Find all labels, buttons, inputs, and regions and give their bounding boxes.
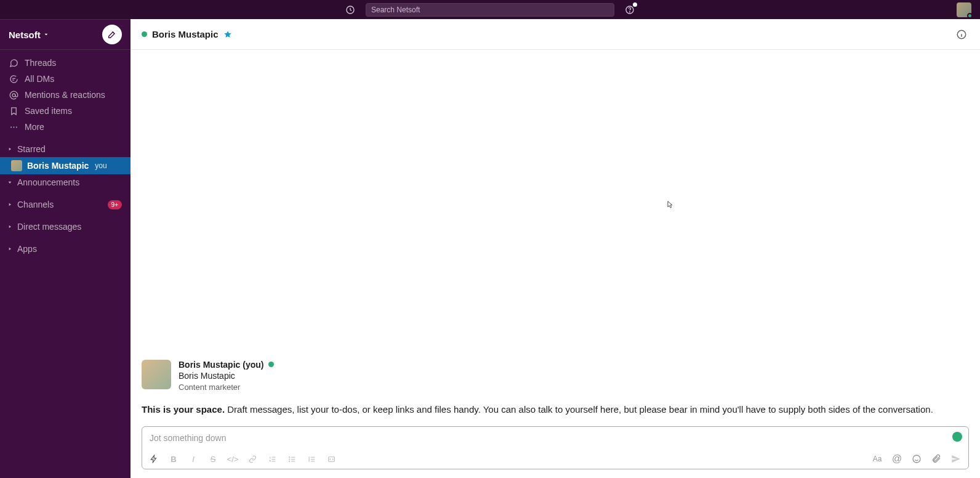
caret-right-icon xyxy=(6,145,14,153)
sidebar-header: Netsoft xyxy=(0,19,131,50)
codeblock-button[interactable] xyxy=(326,453,337,464)
italic-button[interactable]: I xyxy=(188,453,199,464)
presence-indicator xyxy=(268,362,274,367)
sidebar: Netsoft Threads All DMs Ment xyxy=(0,19,131,478)
intro-block: Boris Mustapic (you) Boris Mustapic Cont… xyxy=(131,360,980,427)
emoji-button[interactable] xyxy=(910,453,923,465)
nav-alldms[interactable]: All DMs xyxy=(0,71,131,87)
shortcuts-button[interactable] xyxy=(148,453,159,464)
composer-input[interactable]: Jot something down xyxy=(142,427,968,449)
intro-name: Boris Mustapic xyxy=(179,371,274,381)
presence-indicator xyxy=(142,31,147,37)
section-dms-label: Direct messages xyxy=(17,222,81,232)
svg-point-5 xyxy=(13,126,14,128)
help-badge xyxy=(633,2,637,7)
section-channels[interactable]: Channels 9+ xyxy=(0,196,131,213)
bold-button[interactable]: B xyxy=(168,453,179,464)
intro-description: This is your space. Draft messages, list… xyxy=(142,403,969,417)
svg-point-4 xyxy=(10,126,12,128)
nav-more[interactable]: More xyxy=(0,119,131,135)
starred-item-name: Boris Mustapic xyxy=(27,161,89,171)
avatar xyxy=(11,160,22,171)
section-starred[interactable]: Starred xyxy=(0,141,131,157)
topbar: Search Netsoft xyxy=(0,0,980,19)
code-button[interactable]: </> xyxy=(227,453,238,464)
composer: Jot something down B I S </> xyxy=(142,426,969,469)
svg-point-12 xyxy=(913,455,920,463)
nav-threads[interactable]: Threads xyxy=(0,55,131,71)
channels-badge: 9+ xyxy=(108,200,122,209)
nav-more-label: More xyxy=(25,122,44,132)
intro-desc-rest: Draft messages, list your to-dos, or kee… xyxy=(225,404,933,415)
nav-saved[interactable]: Saved items xyxy=(0,103,131,119)
caret-right-icon xyxy=(6,245,14,253)
user-avatar[interactable] xyxy=(957,2,971,17)
svg-point-8 xyxy=(289,456,289,457)
nav-list: Threads All DMs Mentions & reactions Sav… xyxy=(0,50,131,135)
mentions-icon xyxy=(9,90,18,100)
message-area: Boris Mustapic (you) Boris Mustapic Cont… xyxy=(131,50,980,426)
section-apps[interactable]: Apps xyxy=(0,241,131,257)
chevron-down-icon xyxy=(43,31,49,38)
svg-point-6 xyxy=(15,126,17,128)
info-button[interactable] xyxy=(954,27,969,42)
composer-wrap: Jot something down B I S </> xyxy=(131,426,980,478)
history-button[interactable] xyxy=(343,3,357,17)
caret-right-icon xyxy=(6,201,14,208)
section-announcements[interactable]: Announcements xyxy=(0,174,131,190)
dm-icon xyxy=(9,74,18,84)
thread-icon xyxy=(9,58,18,68)
caret-right-icon xyxy=(6,223,14,230)
intro-desc-bold: This is your space. xyxy=(142,404,225,415)
section-apps-label: Apps xyxy=(17,244,37,254)
nav-saved-label: Saved items xyxy=(25,106,72,116)
composer-toolbar: B I S </> Aa @ xyxy=(142,449,968,469)
nav-mentions[interactable]: Mentions & reactions xyxy=(0,87,131,103)
channel-title[interactable]: Boris Mustapic xyxy=(142,29,232,39)
nav-threads-label: Threads xyxy=(25,58,56,68)
format-button[interactable]: Aa xyxy=(871,453,883,465)
you-label: you xyxy=(95,161,106,170)
ordered-list-button[interactable] xyxy=(267,453,278,464)
mention-button[interactable]: @ xyxy=(891,453,903,465)
main-header: Boris Mustapic xyxy=(131,19,980,50)
send-button[interactable] xyxy=(950,453,962,465)
svg-point-3 xyxy=(12,94,15,97)
compose-button[interactable] xyxy=(102,25,122,44)
intro-avatar[interactable] xyxy=(142,360,171,389)
attach-button[interactable] xyxy=(930,453,942,465)
nav-mentions-label: Mentions & reactions xyxy=(25,90,105,100)
starred-item-boris[interactable]: Boris Mustapic you xyxy=(0,157,131,174)
search-placeholder: Search Netsoft xyxy=(371,6,420,14)
cursor-icon xyxy=(666,199,675,210)
star-icon[interactable] xyxy=(223,30,232,39)
strike-button[interactable]: S xyxy=(207,453,219,464)
svg-point-10 xyxy=(289,461,289,461)
caret-down-icon xyxy=(6,179,14,186)
blockquote-button[interactable] xyxy=(306,453,317,464)
search-input[interactable]: Search Netsoft xyxy=(366,3,614,17)
section-starred-label: Starred xyxy=(17,144,46,154)
composer-indicator xyxy=(952,432,962,442)
nav-alldms-label: All DMs xyxy=(25,74,54,84)
svg-point-2 xyxy=(630,11,630,12)
bookmark-icon xyxy=(9,106,18,116)
main: Boris Mustapic Boris Mustapic xyxy=(131,19,980,478)
link-button[interactable] xyxy=(247,453,258,464)
section-dms[interactable]: Direct messages xyxy=(0,219,131,235)
workspace-switcher[interactable]: Netsoft xyxy=(9,30,49,40)
svg-point-9 xyxy=(289,458,289,459)
intro-name-you: Boris Mustapic (you) xyxy=(179,360,263,370)
section-announcements-label: Announcements xyxy=(17,177,79,187)
section-channels-label: Channels xyxy=(17,200,54,209)
channel-title-label: Boris Mustapic xyxy=(152,29,219,39)
presence-indicator xyxy=(967,13,973,18)
intro-role: Content marketer xyxy=(179,383,274,392)
help-button[interactable] xyxy=(623,3,637,17)
composer-placeholder: Jot something down xyxy=(150,433,227,443)
bullet-list-button[interactable] xyxy=(286,453,297,464)
more-icon xyxy=(9,122,18,132)
workspace-name-label: Netsoft xyxy=(9,30,41,40)
